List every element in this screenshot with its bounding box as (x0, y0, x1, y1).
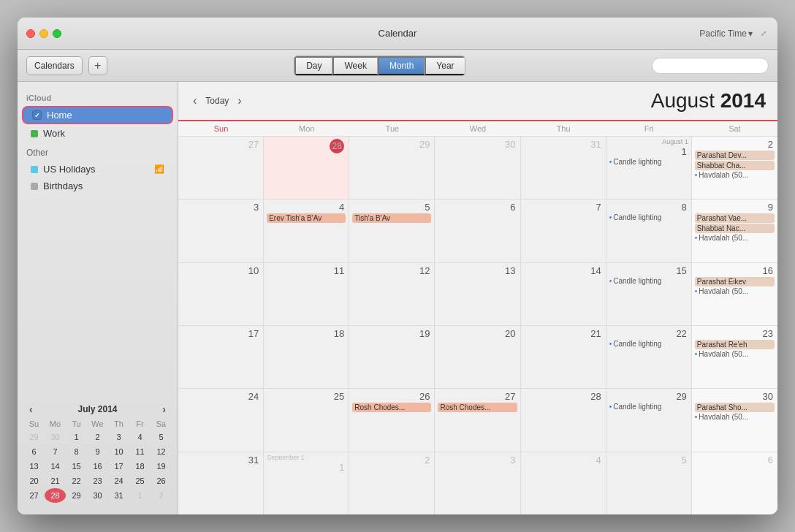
mini-cal-day[interactable]: 17 (108, 459, 129, 474)
cal-event[interactable]: Tish'a B'Av (352, 213, 431, 223)
cal-day[interactable]: 5 (606, 452, 692, 514)
mini-cal-day[interactable]: 18 (129, 459, 151, 474)
timezone-selector[interactable]: Pacific Time ▾ (699, 28, 753, 39)
cal-event[interactable]: Rosh Chodes... (438, 403, 517, 412)
mini-cal-day[interactable]: 29 (23, 430, 45, 444)
maximize-button[interactable] (53, 29, 61, 38)
mini-cal-day[interactable]: 31 (108, 488, 129, 503)
cal-event[interactable]: Candle lighting (609, 158, 688, 166)
cal-day[interactable]: 30Parashat Sho... Havdalah (50... (692, 389, 777, 451)
mini-cal-day[interactable]: 14 (45, 459, 66, 474)
cal-day[interactable]: 24 (178, 389, 264, 451)
mini-cal-next[interactable]: › (159, 403, 169, 415)
view-day-button[interactable]: Day (294, 56, 332, 75)
cal-event[interactable]: Parashat Re'eh (695, 340, 775, 349)
mini-cal-day[interactable]: 21 (45, 474, 66, 488)
mini-cal-day[interactable]: 28 (45, 488, 66, 503)
cal-day[interactable]: 7 (521, 200, 606, 262)
cal-day[interactable]: 15 Candle lighting (606, 263, 692, 325)
mini-cal-day[interactable]: 2 (151, 488, 172, 503)
cal-day[interactable]: 11 (264, 263, 349, 325)
cal-day[interactable]: 28 (521, 389, 606, 451)
add-button[interactable]: + (88, 56, 107, 75)
close-button[interactable] (26, 29, 35, 38)
cal-day[interactable]: September 11 (264, 452, 349, 514)
cal-day[interactable]: 9Parashat Vae...Shabbat Nac... Havdalah … (692, 200, 777, 262)
sidebar-item-home[interactable]: Home (22, 106, 173, 124)
today-button[interactable]: Today (205, 96, 229, 106)
cal-day[interactable]: 26Rosh Chodes... (349, 389, 435, 451)
calendars-button[interactable]: Calendars (26, 56, 83, 75)
next-month-button[interactable]: › (235, 93, 244, 109)
cal-day[interactable]: 25 (264, 389, 349, 451)
sidebar-item-birthdays[interactable]: Birthdays (22, 178, 173, 194)
cal-day[interactable]: 12 (349, 263, 435, 325)
cal-event[interactable]: Shabbat Cha... (695, 161, 775, 170)
cal-event[interactable]: Havdalah (50... (695, 171, 775, 179)
mini-cal-day[interactable]: 27 (23, 488, 45, 503)
mini-cal-day[interactable]: 1 (129, 488, 151, 503)
cal-day[interactable]: 20 (435, 326, 520, 388)
cal-event[interactable]: Parashat Dev... (695, 151, 775, 160)
mini-cal-day[interactable]: 30 (87, 488, 108, 503)
mini-cal-day[interactable]: 29 (66, 488, 87, 503)
cal-day[interactable]: 4 (521, 452, 606, 514)
cal-day[interactable]: 18 (264, 326, 349, 388)
cal-day[interactable]: 2 (349, 452, 435, 514)
mini-cal-day[interactable]: 11 (129, 444, 151, 459)
mini-cal-day[interactable]: 10 (108, 444, 129, 459)
mini-cal-day[interactable]: 8 (66, 444, 87, 459)
cal-day[interactable]: 22 Candle lighting (606, 326, 692, 388)
cal-day[interactable]: 16Parashat Eikev Havdalah (50... (692, 263, 777, 325)
cal-day[interactable]: 27 (178, 137, 264, 199)
cal-day[interactable]: 3 (435, 452, 520, 514)
minimize-button[interactable] (39, 29, 48, 38)
cal-day[interactable]: 21 (521, 326, 606, 388)
mini-cal-day[interactable]: 9 (87, 444, 108, 459)
mini-cal-day[interactable]: 3 (108, 430, 129, 444)
prev-month-button[interactable]: ‹ (190, 93, 199, 109)
home-checkbox[interactable] (32, 110, 42, 120)
cal-day[interactable]: 14 (521, 263, 606, 325)
cal-event[interactable]: Parashat Sho... (695, 403, 775, 412)
search-input[interactable] (652, 58, 769, 74)
cal-event[interactable]: Parashat Eikev (695, 277, 775, 286)
cal-day[interactable]: 5Tish'a B'Av (349, 200, 435, 262)
cal-day[interactable]: 3 (178, 200, 264, 262)
view-year-button[interactable]: Year (425, 56, 464, 75)
cal-event[interactable]: Rosh Chodes... (352, 403, 431, 412)
mini-cal-day[interactable]: 5 (151, 430, 172, 444)
cal-day[interactable]: 2Parashat Dev...Shabbat Cha... Havdalah … (692, 137, 777, 199)
sidebar-item-work[interactable]: Work (22, 126, 173, 141)
cal-day[interactable]: 6 (692, 452, 777, 514)
mini-cal-day[interactable]: 19 (151, 459, 172, 474)
cal-event[interactable]: Havdalah (50... (695, 287, 775, 295)
cal-event[interactable]: Candle lighting (609, 277, 688, 285)
cal-event[interactable]: Parashat Vae... (695, 213, 775, 223)
cal-event[interactable]: Shabbat Nac... (695, 224, 775, 233)
cal-event[interactable]: Havdalah (50... (695, 350, 775, 358)
mini-cal-day[interactable]: 30 (45, 430, 66, 444)
cal-day[interactable]: 6 (435, 200, 520, 262)
mini-cal-day[interactable]: 22 (66, 474, 87, 488)
cal-event[interactable]: Candle lighting (609, 213, 688, 221)
fullscreen-button[interactable]: ⤢ (758, 28, 769, 39)
mini-cal-day[interactable]: 1 (66, 430, 87, 444)
cal-event[interactable]: Candle lighting (609, 403, 688, 411)
cal-event[interactable]: Havdalah (50... (695, 234, 775, 242)
cal-day[interactable]: 29 Candle lighting (606, 389, 692, 451)
cal-day[interactable]: 13 (435, 263, 520, 325)
mini-cal-day[interactable]: 25 (129, 474, 151, 488)
mini-cal-day[interactable]: 15 (66, 459, 87, 474)
mini-cal-day[interactable]: 13 (23, 459, 45, 474)
cal-day[interactable]: 29 (349, 137, 435, 199)
view-week-button[interactable]: Week (332, 56, 377, 75)
cal-day[interactable]: 28 (264, 137, 349, 199)
cal-day[interactable]: 31 (521, 137, 606, 199)
cal-day[interactable]: 31 (178, 452, 264, 514)
cal-day[interactable]: August 11 Candle lighting (606, 137, 692, 199)
cal-day[interactable]: 19 (349, 326, 435, 388)
cal-event[interactable]: Havdalah (50... (695, 413, 775, 421)
sidebar-item-us-holidays[interactable]: US Holidays 📶 (22, 162, 173, 177)
cal-day[interactable]: 17 (178, 326, 264, 388)
